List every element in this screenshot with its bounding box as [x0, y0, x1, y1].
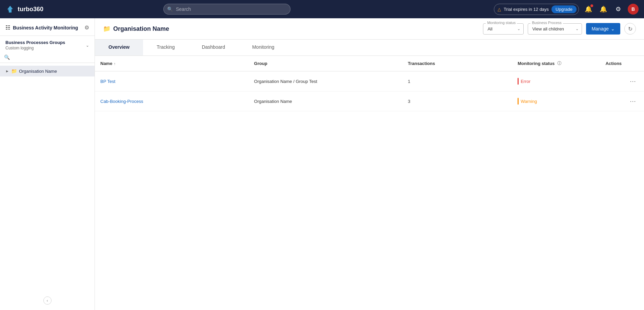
- status-link[interactable]: Warning: [521, 99, 537, 104]
- alert-icon: 🔔: [600, 5, 607, 13]
- gear-icon: ⚙: [616, 5, 621, 13]
- bp-name-link[interactable]: BP Test: [100, 79, 115, 84]
- manage-chevron-icon: ⌄: [611, 26, 615, 31]
- main-layout: ☷ Business Activity Monitoring ⚙ Busines…: [0, 18, 644, 310]
- table-body: BP Test Organisation Name / Group Test 1…: [95, 71, 644, 111]
- monitoring-status-column-label: Monitoring status: [518, 61, 555, 66]
- search-input[interactable]: [163, 4, 290, 15]
- activity-monitor-icon: ☷: [5, 24, 10, 31]
- sort-ascending-icon[interactable]: ↑: [114, 62, 116, 66]
- monitoring-status-label: Monitoring status: [486, 21, 517, 25]
- sidebar-section-title: Business Processes Groups: [5, 40, 65, 45]
- td-name: BP Test: [95, 71, 249, 91]
- logo-area: turbo360: [5, 4, 60, 14]
- business-process-select-wrapper: Business Process View all children Curre…: [528, 23, 582, 35]
- sidebar-item-organisation[interactable]: ► 📁 Organisation Name: [0, 66, 95, 76]
- sidebar-section-text: Business Processes Groups Custom logging: [5, 40, 65, 50]
- td-actions: ⋯: [600, 71, 644, 91]
- td-name: Cab-Booking-Process: [95, 91, 249, 111]
- alerts-button[interactable]: 🔔: [598, 4, 609, 15]
- chevron-down-icon: ⌄: [86, 43, 89, 48]
- folder-icon: 📁: [11, 68, 17, 74]
- settings-button[interactable]: ⚙: [613, 4, 624, 15]
- nav-right: △ Trial expires in 12 days Upgrade 🔔 🔔 ⚙…: [494, 4, 639, 15]
- notifications-bell-button[interactable]: 🔔: [583, 4, 594, 15]
- info-icon[interactable]: ⓘ: [557, 61, 561, 66]
- content-header: 📁 Organisation Name Monitoring status Al…: [95, 18, 644, 40]
- page-title-area: 📁 Organisation Name: [103, 25, 478, 32]
- tab-tracking[interactable]: Tracking: [143, 40, 188, 56]
- business-process-select[interactable]: View all children Current only: [528, 23, 582, 35]
- td-monitoring-status: Error: [512, 71, 600, 91]
- status-bar-warning: [518, 98, 519, 105]
- header-controls: Monitoring status All Error Warning OK ⌄…: [483, 23, 636, 35]
- page-folder-icon: 📁: [103, 25, 110, 32]
- name-column-label: Name: [100, 61, 112, 66]
- tree-chevron-icon: ►: [5, 69, 9, 73]
- td-actions: ⋯: [600, 91, 644, 111]
- td-monitoring-status: Warning: [512, 91, 600, 111]
- sidebar-collapse-button[interactable]: ‹: [43, 296, 52, 305]
- bp-name-link[interactable]: Cab-Booking-Process: [100, 99, 143, 104]
- td-group: Organisation Name / Group Test: [249, 71, 403, 91]
- manage-button[interactable]: Manage ⌄: [586, 23, 620, 35]
- status-cell: Warning: [518, 98, 595, 105]
- search-icon: 🔍: [167, 6, 173, 12]
- row-actions-button[interactable]: ⋯: [627, 76, 639, 86]
- upgrade-button[interactable]: Upgrade: [551, 5, 577, 13]
- status-bar-error: [518, 78, 519, 85]
- table-container: Name ↑ Group Transactions Monitoring sta…: [95, 56, 644, 310]
- business-process-label: Business Process: [530, 21, 563, 25]
- row-actions-button[interactable]: ⋯: [627, 96, 639, 106]
- sidebar-search-input[interactable]: [13, 55, 90, 60]
- warning-triangle-icon: △: [498, 7, 501, 12]
- sidebar-title-area: ☷ Business Activity Monitoring: [5, 24, 78, 31]
- sidebar-section-subtitle: Custom logging: [5, 46, 65, 50]
- tab-dashboard[interactable]: Dashboard: [188, 40, 239, 56]
- monitoring-status-select[interactable]: All Error Warning OK: [483, 23, 524, 35]
- sidebar-search-area: 🔍: [0, 52, 95, 63]
- tab-overview[interactable]: Overview: [95, 40, 143, 56]
- td-transactions: 1: [402, 71, 512, 91]
- th-name: Name ↑: [95, 56, 249, 71]
- notification-badge: [590, 4, 593, 7]
- app-name: turbo360: [18, 6, 43, 13]
- search-bar: 🔍: [163, 4, 290, 15]
- turbo360-logo: [5, 4, 15, 14]
- chevron-left-icon: ‹: [47, 298, 48, 303]
- trial-text: Trial expires in 12 days: [504, 7, 549, 12]
- content-area: 📁 Organisation Name Monitoring status Al…: [95, 18, 644, 310]
- trial-banner: △ Trial expires in 12 days Upgrade: [494, 4, 579, 15]
- refresh-button[interactable]: ↻: [624, 23, 636, 35]
- th-transactions: Transactions: [402, 56, 512, 71]
- table-row: Cab-Booking-Process Organisation Name 3 …: [95, 91, 644, 111]
- sidebar-section-header[interactable]: Business Processes Groups Custom logging…: [5, 40, 89, 50]
- tabs-bar: Overview Tracking Dashboard Monitoring: [95, 40, 644, 56]
- th-group: Group: [249, 56, 403, 71]
- manage-label: Manage: [591, 26, 609, 31]
- user-avatar-button[interactable]: B: [628, 4, 639, 15]
- status-cell: Error: [518, 78, 595, 85]
- refresh-icon: ↻: [628, 26, 632, 32]
- sidebar-settings-button[interactable]: ⚙: [84, 24, 89, 31]
- sidebar-search-icon: 🔍: [4, 54, 10, 60]
- status-link[interactable]: Error: [521, 79, 530, 84]
- sidebar: ☷ Business Activity Monitoring ⚙ Busines…: [0, 18, 95, 310]
- sidebar-section: Business Processes Groups Custom logging…: [0, 36, 95, 52]
- td-transactions: 3: [402, 91, 512, 111]
- page-title: Organisation Name: [113, 25, 169, 32]
- sidebar-header: ☷ Business Activity Monitoring ⚙: [0, 18, 95, 36]
- th-actions: Actions: [600, 56, 644, 71]
- monitoring-status-select-wrapper: Monitoring status All Error Warning OK ⌄: [483, 23, 524, 35]
- sidebar-title: Business Activity Monitoring: [13, 25, 78, 30]
- sidebar-tree: ► 📁 Organisation Name: [0, 63, 95, 310]
- data-table: Name ↑ Group Transactions Monitoring sta…: [95, 56, 644, 111]
- tree-item-label: Organisation Name: [19, 69, 57, 74]
- table-header: Name ↑ Group Transactions Monitoring sta…: [95, 56, 644, 71]
- settings-icon: ⚙: [84, 25, 89, 30]
- top-navigation: turbo360 🔍 △ Trial expires in 12 days Up…: [0, 0, 644, 18]
- th-monitoring-status: Monitoring status ⓘ: [512, 56, 600, 71]
- table-row: BP Test Organisation Name / Group Test 1…: [95, 71, 644, 91]
- td-group: Organisation Name: [249, 91, 403, 111]
- tab-monitoring[interactable]: Monitoring: [239, 40, 288, 56]
